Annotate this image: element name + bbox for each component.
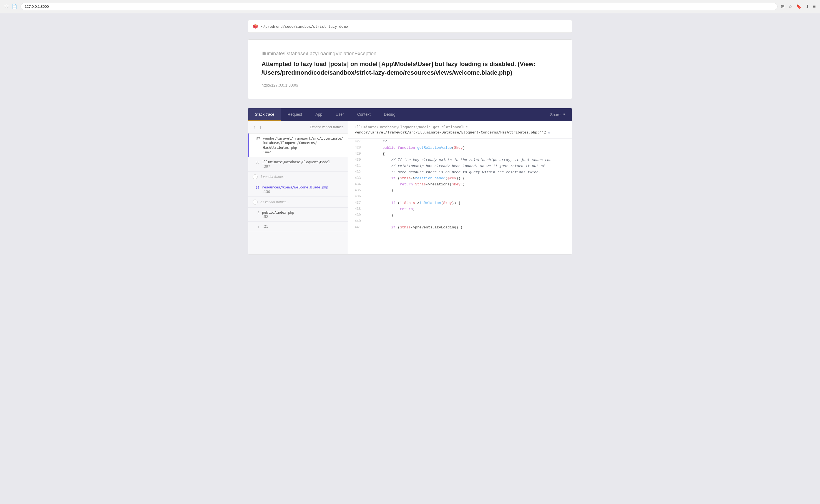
next-frame-button[interactable]: ↓ <box>258 124 263 130</box>
line-number: 433 <box>348 175 365 181</box>
tabs-panel: Stack trace Request App User Context Deb… <box>248 108 572 254</box>
laravel-logo <box>253 24 258 29</box>
frame-line: :397 <box>262 165 343 168</box>
frame-number: 57 <box>253 136 260 141</box>
frame-number: 2 <box>253 210 259 215</box>
frames-navigation: ↑ ↓ <box>253 124 263 130</box>
line-content: // If the key already exists in the rela… <box>365 157 572 163</box>
tab-debug[interactable]: Debug <box>377 108 402 121</box>
page-wrapper: ~/predmond/code/sandbox/strict-lazy-demo… <box>243 13 577 261</box>
expand-vendor-icon[interactable]: + <box>253 200 258 205</box>
frame-item[interactable]: 1 :21 <box>248 222 348 232</box>
code-line: 427 */ <box>348 139 572 145</box>
line-content: */ <box>365 139 572 145</box>
code-line: 435 } <box>348 188 572 194</box>
vendor-frame-group[interactable]: + 1 vendor frame... <box>248 172 348 182</box>
frame-number: 1 <box>253 225 259 229</box>
line-number: 432 <box>348 169 365 175</box>
share-button[interactable]: Share ↗ <box>544 109 572 121</box>
frame-file: vendor/laravel/framework/src/Illuminate/… <box>263 136 343 150</box>
code-line: 440 <box>348 218 572 225</box>
address-bar[interactable]: 127.0.0.1:8000 <box>21 3 778 10</box>
download-icon[interactable]: ⬇ <box>806 4 809 9</box>
line-number: 438 <box>348 206 365 212</box>
code-view: 427 */ 428 public function getRelationVa… <box>348 139 572 231</box>
line-number: 427 <box>348 139 365 144</box>
line-content: } <box>365 212 572 218</box>
code-header: Illuminate\Database\Eloquent\Model::getR… <box>348 121 572 139</box>
star-icon[interactable]: ☆ <box>788 4 792 9</box>
vendor-frame-group[interactable]: + 51 vendor frames... <box>248 197 348 208</box>
line-number: 431 <box>348 163 365 169</box>
frame-item[interactable]: 54 resources/views/welcome.blade.php :13… <box>248 182 348 197</box>
frame-details: resources/views/welcome.blade.php :130 <box>262 185 343 194</box>
code-line: 439 } <box>348 212 572 218</box>
code-panel: Illuminate\Database\Eloquent\Model::getR… <box>348 121 572 254</box>
frame-line: :21 <box>262 225 343 228</box>
code-class-path: Illuminate\Database\Eloquent\Model::getR… <box>355 125 565 129</box>
prev-frame-button[interactable]: ↑ <box>253 124 257 130</box>
frame-line: :52 <box>262 215 343 219</box>
expand-vendor-icon[interactable]: + <box>253 174 258 179</box>
grid-icon[interactable]: ⊞ <box>781 4 784 9</box>
line-number: 435 <box>348 188 365 193</box>
line-content: } <box>365 188 572 194</box>
exception-class: Illuminate\Database\LazyLoadingViolation… <box>261 51 559 57</box>
tab-user[interactable]: User <box>329 108 351 121</box>
project-path: ~/predmond/code/sandbox/strict-lazy-demo <box>261 24 348 29</box>
line-number: 440 <box>348 218 365 224</box>
frame-details: public/index.php :52 <box>262 210 343 219</box>
code-line: 441 if ($this->preventsLazyLoading) { <box>348 225 572 231</box>
line-content: public function getRelationValue($key) <box>365 145 572 151</box>
shield-icon: 🛡 <box>4 4 9 9</box>
frame-file: public/index.php <box>262 210 343 215</box>
tab-request[interactable]: Request <box>281 108 309 121</box>
expand-vendor-button[interactable]: Expand vendor frames <box>310 125 343 129</box>
browser-nav-icons: 🛡 📄 <box>4 4 17 9</box>
exception-message: Attempted to lazy load [posts] on model … <box>261 60 559 77</box>
line-number: 434 <box>348 182 365 187</box>
tab-context[interactable]: Context <box>351 108 377 121</box>
frame-file: resources/views/welcome.blade.php <box>262 185 343 190</box>
tab-stack-trace[interactable]: Stack trace <box>248 108 281 121</box>
path-bar: ~/predmond/code/sandbox/strict-lazy-demo <box>248 20 572 33</box>
error-card: Illuminate\Database\LazyLoadingViolation… <box>248 39 572 99</box>
vendor-label: 51 vendor frames... <box>260 200 289 204</box>
line-content: return; <box>365 206 572 212</box>
line-number: 437 <box>348 200 365 206</box>
page-icon: 📄 <box>12 4 17 9</box>
line-content: if ($this->preventsLazyLoading) { <box>365 225 572 231</box>
frame-item[interactable]: 2 public/index.php :52 <box>248 208 348 222</box>
exception-url[interactable]: http://127.0.0.1:8000/ <box>261 83 298 87</box>
tabs-header: Stack trace Request App User Context Deb… <box>248 108 572 121</box>
edit-icon[interactable]: ✏ <box>548 130 550 135</box>
line-number: 436 <box>348 194 365 199</box>
vendor-label: 1 vendor frame... <box>260 175 286 179</box>
code-line: 433 if ($this->relationLoaded($key)) { <box>348 175 572 182</box>
frame-details: :21 <box>262 225 343 228</box>
code-line: 429 { <box>348 151 572 157</box>
menu-icon[interactable]: ≡ <box>813 4 816 9</box>
line-content: // here because there is no need to quer… <box>365 169 572 175</box>
line-content: // relationship has already been loaded,… <box>365 163 572 169</box>
code-line: 428 public function getRelationValue($ke… <box>348 145 572 151</box>
browser-action-icons: ⊞ ☆ 🔖 ⬇ ≡ <box>781 4 816 9</box>
code-line: 430 // If the key already exists in the … <box>348 157 572 163</box>
frame-item[interactable]: 56 Illuminate\Database\Eloquent\Model :3… <box>248 157 348 172</box>
tab-app[interactable]: App <box>309 108 329 121</box>
line-number: 439 <box>348 212 365 218</box>
frame-item[interactable]: 57 vendor/laravel/framework/src/Illumina… <box>248 133 348 157</box>
line-content: if ($this->relationLoaded($key)) { <box>365 175 572 182</box>
frames-panel: ↑ ↓ Expand vendor frames 57 vendor/larav… <box>248 121 348 254</box>
line-content <box>365 194 572 200</box>
line-content: { <box>365 151 572 157</box>
line-number: 428 <box>348 145 365 150</box>
line-number: 441 <box>348 225 365 230</box>
code-file-path: vendor/laravel/framework/src/Illuminate/… <box>355 130 565 135</box>
share-icon: ↗ <box>562 112 565 117</box>
line-content: if (! $this->isRelation($key)) { <box>365 200 572 206</box>
code-line: 434 return $this->relations[$key]; <box>348 182 572 188</box>
frame-line: :130 <box>262 190 343 194</box>
bookmark-icon[interactable]: 🔖 <box>796 4 802 9</box>
stack-body: ↑ ↓ Expand vendor frames 57 vendor/larav… <box>248 121 572 254</box>
